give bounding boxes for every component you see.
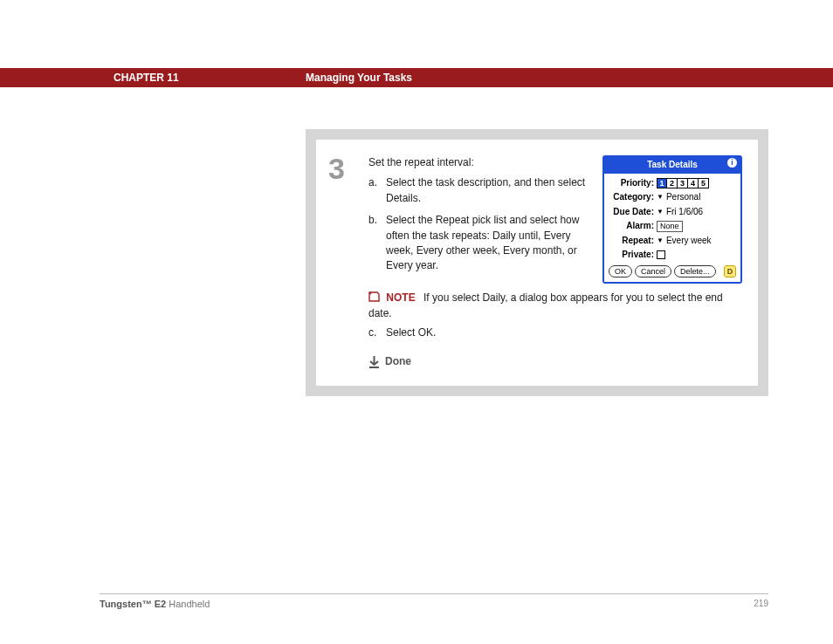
priority-4[interactable]: 4 — [688, 178, 699, 188]
footer-rule — [100, 593, 768, 594]
step-list: a. Select the task description, and then… — [368, 175, 590, 273]
step-letter: c. — [368, 325, 381, 340]
repeat-row: Repeat: ▼ Every week — [609, 235, 736, 248]
step-container: 3 Set the repeat interval: a. Select the… — [306, 129, 768, 396]
alarm-row: Alarm: None — [609, 220, 736, 233]
priority-group: 1 2 3 4 5 — [657, 178, 709, 188]
done-line: Done — [368, 354, 742, 369]
note-text: If you select Daily, a dialog box appear… — [368, 291, 723, 319]
footer-product: Tungsten™ E2 Handheld — [100, 599, 210, 609]
ok-button[interactable]: OK — [609, 265, 632, 277]
note-label: NOTE — [386, 291, 415, 304]
step-text-column: Set the repeat interval: a. Select the t… — [368, 155, 590, 281]
dropdown-icon[interactable]: ▼ — [657, 236, 664, 246]
task-details-panel: Task Details i Priority: 1 2 3 4 5 — [602, 155, 742, 284]
info-icon[interactable]: i — [727, 158, 737, 168]
step-text-a: Select the task description, and then se… — [386, 175, 590, 206]
repeat-label: Repeat: — [609, 235, 654, 248]
step-item-b: b. Select the Repeat pick list and selec… — [368, 213, 590, 274]
task-buttons-row: OK Cancel Delete... D — [609, 265, 736, 277]
priority-row: Priority: 1 2 3 4 5 — [609, 177, 736, 190]
footer-product-name: Tungsten™ E2 — [100, 599, 166, 609]
dropdown-icon[interactable]: ▼ — [657, 192, 664, 202]
chapter-header: CHAPTER 11 Managing Your Tasks — [0, 68, 833, 87]
done-label: Done — [385, 354, 411, 369]
done-icon — [368, 356, 380, 368]
private-row: Private: — [609, 249, 736, 262]
alarm-value[interactable]: None — [657, 221, 683, 232]
step-content: Set the repeat interval: a. Select the t… — [368, 140, 758, 386]
category-label: Category: — [609, 191, 654, 204]
step-text-b: Select the Repeat pick list and select h… — [386, 213, 590, 274]
category-row: Category: ▼ Personal — [609, 191, 736, 204]
category-value[interactable]: Personal — [666, 191, 700, 204]
cancel-button[interactable]: Cancel — [635, 265, 671, 277]
task-details-body: Priority: 1 2 3 4 5 Category: ▼ — [604, 174, 740, 282]
repeat-value[interactable]: Every week — [666, 235, 712, 248]
step-intro: Set the repeat interval: — [368, 155, 590, 170]
private-checkbox[interactable] — [657, 250, 665, 259]
priority-label: Priority: — [609, 177, 654, 190]
dropdown-icon[interactable]: ▼ — [657, 207, 664, 217]
step-list-continued: c. Select OK. — [368, 325, 742, 340]
chapter-number: CHAPTER 11 — [114, 68, 179, 87]
task-details-title-bar: Task Details i — [604, 157, 740, 174]
step-inner: 3 Set the repeat interval: a. Select the… — [316, 140, 758, 386]
priority-3[interactable]: 3 — [678, 178, 688, 188]
alarm-label: Alarm: — [609, 220, 654, 233]
due-date-row: Due Date: ▼ Fri 1/6/06 — [609, 206, 736, 219]
step-number: 3 — [316, 140, 368, 386]
chapter-title: Managing Your Tasks — [306, 68, 412, 87]
footer-product-suffix: Handheld — [166, 599, 210, 609]
note-icon — [368, 291, 380, 307]
priority-5[interactable]: 5 — [699, 178, 709, 188]
step-item-c: c. Select OK. — [368, 325, 742, 340]
tip-button[interactable]: D — [724, 265, 736, 277]
step-letter: b. — [368, 213, 381, 274]
due-date-label: Due Date: — [609, 206, 654, 219]
priority-2[interactable]: 2 — [667, 178, 678, 188]
step-letter: a. — [368, 175, 381, 206]
step-item-a: a. Select the task description, and then… — [368, 175, 590, 206]
delete-button[interactable]: Delete... — [674, 265, 716, 277]
priority-1[interactable]: 1 — [657, 178, 667, 188]
footer-page-number: 219 — [754, 599, 768, 608]
note-line: NOTE If you select Daily, a dialog box a… — [368, 291, 742, 322]
private-label: Private: — [609, 249, 654, 262]
task-details-title: Task Details — [647, 160, 698, 169]
due-date-value[interactable]: Fri 1/6/06 — [666, 206, 703, 219]
step-text-c: Select OK. — [386, 325, 436, 340]
